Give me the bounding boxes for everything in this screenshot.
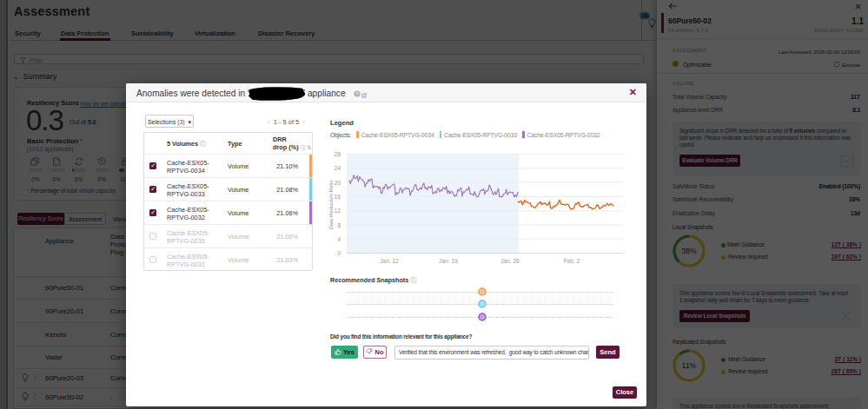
svg-text:24: 24 bbox=[335, 165, 341, 171]
svg-text:Jan. 26: Jan. 26 bbox=[500, 258, 520, 264]
svg-text:28: 28 bbox=[335, 151, 341, 157]
svg-text:16: 16 bbox=[335, 194, 341, 200]
svg-text:20: 20 bbox=[335, 180, 341, 186]
svg-text:8: 8 bbox=[337, 222, 341, 228]
svg-text:?: ? bbox=[355, 91, 358, 96]
svg-text:Jan. 12: Jan. 12 bbox=[380, 258, 399, 264]
svg-text:4: 4 bbox=[337, 236, 341, 242]
svg-text:12: 12 bbox=[335, 208, 341, 214]
svg-text:Jan. 19: Jan. 19 bbox=[439, 258, 458, 264]
svg-text:0: 0 bbox=[337, 250, 341, 256]
svg-text:Feb. 2: Feb. 2 bbox=[564, 258, 580, 264]
svg-text:Data Reduction Ratio: Data Reduction Ratio bbox=[328, 180, 334, 230]
